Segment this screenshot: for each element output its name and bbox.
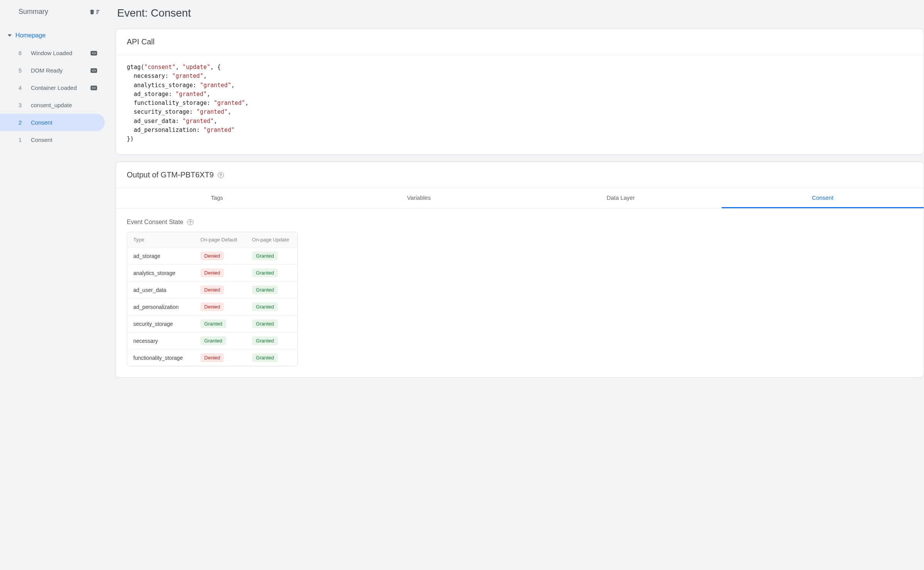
tab-data-layer[interactable]: Data Layer xyxy=(520,188,722,208)
output-tabs: TagsVariablesData LayerConsent xyxy=(116,188,924,209)
trash-icon xyxy=(89,8,96,15)
status-badge: Granted xyxy=(252,268,278,277)
status-badge: Denied xyxy=(200,285,224,294)
table-row: functionality_storageDeniedGranted xyxy=(127,349,297,366)
list-icon xyxy=(96,8,100,15)
clear-events-button[interactable] xyxy=(89,8,100,15)
cell-update: Granted xyxy=(246,349,297,366)
cell-default: Denied xyxy=(194,265,246,281)
caret-down-icon xyxy=(8,34,12,37)
event-number: 4 xyxy=(18,84,24,91)
output-header-text: Output of GTM-PBT6XT9 xyxy=(127,170,214,179)
event-number: 2 xyxy=(18,119,24,126)
status-badge: Denied xyxy=(200,353,224,362)
sidebar-event-item[interactable]: 6Window Loaded<> xyxy=(0,44,105,62)
table-row: security_storageGrantedGranted xyxy=(127,315,297,332)
event-label: Container Loaded xyxy=(31,84,84,91)
table-row: analytics_storageDeniedGranted xyxy=(127,264,297,281)
event-number: 3 xyxy=(18,102,24,108)
table-row: ad_personalizationDeniedGranted xyxy=(127,298,297,315)
event-label: Consent xyxy=(31,119,97,126)
sidebar-section-homepage[interactable]: Homepage xyxy=(0,27,108,44)
svg-rect-1 xyxy=(96,12,99,12)
tab-tags[interactable]: Tags xyxy=(116,188,318,208)
cell-type: ad_storage xyxy=(127,249,194,263)
page-title: Event: Consent xyxy=(116,7,924,19)
event-label: consent_update xyxy=(31,102,97,108)
cell-default: Denied xyxy=(194,248,246,264)
table-row: necessaryGrantedGranted xyxy=(127,332,297,349)
summary-heading: Summary xyxy=(18,8,48,16)
col-default: On-page Default xyxy=(194,232,246,247)
cell-default: Denied xyxy=(194,349,246,366)
col-update: On-page Update xyxy=(246,232,297,247)
cell-type: necessary xyxy=(127,334,194,348)
status-badge: Granted xyxy=(252,251,278,260)
col-type: Type xyxy=(127,232,194,247)
api-call-code: gtag("consent", "update", { necessary: "… xyxy=(116,55,924,154)
sidebar-event-item[interactable]: 3consent_update xyxy=(0,96,105,114)
output-header: Output of GTM-PBT6XT9 ? xyxy=(116,162,924,188)
cell-type: ad_user_data xyxy=(127,283,194,297)
status-badge: Granted xyxy=(252,353,278,362)
cell-update: Granted xyxy=(246,265,297,281)
status-badge: Granted xyxy=(200,319,226,328)
status-badge: Granted xyxy=(252,302,278,311)
event-number: 5 xyxy=(18,67,24,74)
event-label: Consent xyxy=(31,137,97,143)
status-badge: Granted xyxy=(200,336,226,345)
event-label: DOM Ready xyxy=(31,67,84,74)
sidebar-event-item[interactable]: 4Container Loaded<> xyxy=(0,79,105,96)
event-label: Window Loaded xyxy=(31,50,84,56)
cell-default: Granted xyxy=(194,332,246,349)
tab-consent[interactable]: Consent xyxy=(722,188,924,208)
consent-state-heading: Event Consent State ? xyxy=(116,209,924,232)
code-chip-icon: <> xyxy=(91,86,97,90)
cell-type: ad_personalization xyxy=(127,300,194,314)
status-badge: Denied xyxy=(200,251,224,260)
cell-type: analytics_storage xyxy=(127,266,194,280)
help-icon[interactable]: ? xyxy=(187,219,193,225)
cell-default: Denied xyxy=(194,282,246,298)
sidebar-event-item[interactable]: 2Consent xyxy=(0,114,105,131)
api-call-header: API Call xyxy=(116,29,924,55)
status-badge: Granted xyxy=(252,336,278,345)
sidebar-event-item[interactable]: 5DOM Ready<> xyxy=(0,62,105,79)
status-badge: Granted xyxy=(252,319,278,328)
api-call-card: API Call gtag("consent", "update", { nec… xyxy=(116,29,924,155)
consent-state-title: Event Consent State xyxy=(127,219,183,226)
cell-type: functionality_storage xyxy=(127,351,194,365)
main-content: Event: Consent API Call gtag("consent", … xyxy=(108,0,924,570)
cell-update: Granted xyxy=(246,248,297,264)
cell-update: Granted xyxy=(246,315,297,332)
svg-rect-0 xyxy=(96,10,99,11)
event-number: 6 xyxy=(18,50,24,56)
help-icon[interactable]: ? xyxy=(218,172,224,178)
sidebar-section-label: Homepage xyxy=(15,32,45,39)
table-row: ad_storageDeniedGranted xyxy=(127,247,297,264)
cell-default: Granted xyxy=(194,315,246,332)
code-chip-icon: <> xyxy=(91,51,97,56)
table-row: ad_user_dataDeniedGranted xyxy=(127,281,297,298)
sidebar: Summary Homepage 6Window Loaded<>5DOM Re… xyxy=(0,0,108,570)
svg-rect-2 xyxy=(96,13,98,14)
consent-state-table: Type On-page Default On-page Update ad_s… xyxy=(127,232,298,366)
table-header-row: Type On-page Default On-page Update xyxy=(127,232,297,247)
cell-update: Granted xyxy=(246,282,297,298)
status-badge: Granted xyxy=(252,285,278,294)
status-badge: Denied xyxy=(200,302,224,311)
cell-type: security_storage xyxy=(127,317,194,331)
cell-default: Denied xyxy=(194,298,246,315)
tab-variables[interactable]: Variables xyxy=(318,188,520,208)
cell-update: Granted xyxy=(246,332,297,349)
sidebar-event-item[interactable]: 1Consent xyxy=(0,131,105,148)
code-chip-icon: <> xyxy=(91,68,97,73)
output-card: Output of GTM-PBT6XT9 ? TagsVariablesDat… xyxy=(116,162,924,378)
status-badge: Denied xyxy=(200,268,224,277)
event-number: 1 xyxy=(18,137,24,143)
cell-update: Granted xyxy=(246,298,297,315)
